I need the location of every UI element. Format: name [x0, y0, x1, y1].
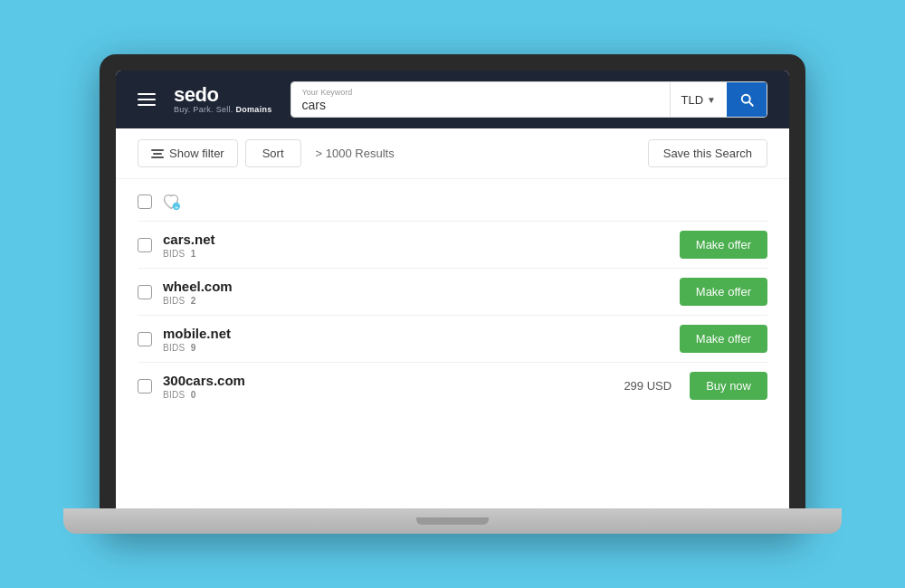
domain-row: mobile.netBIDS 9Make offer: [138, 315, 767, 362]
domain-price: 299 USD: [624, 379, 672, 393]
nav-logo: sedo Buy. Park. Sell. Domains: [174, 85, 272, 114]
laptop-notch: [416, 517, 489, 525]
domain-name: mobile.net: [163, 326, 669, 341]
heart-icon: +: [162, 193, 180, 211]
search-bar: Your Keyword cars TLD ▼: [291, 81, 767, 118]
toolbar: Show filter Sort > 1000 Results Save thi…: [116, 128, 789, 179]
domain-bids: BIDS 1: [163, 249, 669, 259]
nav-bar: sedo Buy. Park. Sell. Domains Your Keywo…: [116, 71, 789, 128]
tagline-bold: Domains: [235, 105, 272, 114]
tld-label: TLD: [681, 93, 704, 107]
tld-arrow-icon: ▼: [707, 95, 716, 105]
domain-name: cars.net: [163, 232, 669, 247]
tagline-plain: Buy. Park. Sell.: [174, 105, 233, 114]
filter-button-label: Show filter: [169, 147, 224, 160]
domain-name: wheel.com: [163, 279, 669, 294]
filter-icon: [151, 149, 164, 158]
domain-name: 300cars.com: [163, 373, 613, 388]
search-input-label: Your Keyword: [302, 88, 659, 97]
domain-row: 300cars.comBIDS 0299 USDBuy now: [138, 362, 767, 409]
domain-info: 300cars.comBIDS 0: [163, 373, 613, 400]
domain-row: wheel.comBIDS 2Make offer: [138, 268, 767, 315]
domain-info: mobile.netBIDS 9: [163, 326, 669, 353]
select-all-row: +: [138, 186, 767, 217]
domain-rows-container: cars.netBIDS 1Make offerwheel.comBIDS 2M…: [138, 221, 767, 409]
content-area: Show filter Sort > 1000 Results Save thi…: [116, 128, 789, 534]
domain-bids: BIDS 0: [163, 390, 613, 400]
logo-name: sedo: [174, 85, 272, 105]
domain-bids: BIDS 2: [163, 296, 669, 306]
laptop-screen: sedo Buy. Park. Sell. Domains Your Keywo…: [116, 71, 789, 534]
domain-bids: BIDS 9: [163, 343, 669, 353]
domain-info: wheel.comBIDS 2: [163, 279, 669, 306]
laptop-base: [63, 508, 842, 534]
results-count: > 1000 Results: [316, 147, 395, 160]
domain-checkbox[interactable]: [138, 238, 152, 252]
sort-button[interactable]: Sort: [245, 139, 301, 167]
domain-list: + cars.netBIDS 1Make offerwheel.comBIDS …: [116, 179, 789, 416]
select-all-checkbox[interactable]: [138, 194, 152, 209]
tld-selector[interactable]: TLD ▼: [670, 82, 727, 117]
search-button[interactable]: [727, 82, 767, 117]
make-offer-button[interactable]: Make offer: [680, 278, 767, 306]
domain-checkbox[interactable]: [138, 285, 152, 299]
domain-checkbox[interactable]: [138, 379, 152, 394]
buy-now-button[interactable]: Buy now: [690, 372, 767, 400]
save-search-button[interactable]: Save this Search: [648, 139, 767, 167]
menu-icon[interactable]: [138, 93, 156, 106]
search-icon: [738, 91, 755, 108]
save-search-label: Save this Search: [663, 147, 752, 160]
svg-text:+: +: [175, 204, 178, 210]
favorites-icon[interactable]: +: [161, 192, 181, 212]
search-input-wrapper[interactable]: Your Keyword cars: [291, 82, 670, 117]
show-filter-button[interactable]: Show filter: [138, 139, 238, 167]
laptop-frame: sedo Buy. Park. Sell. Domains Your Keywo…: [100, 54, 805, 534]
sort-button-label: Sort: [262, 147, 284, 160]
domain-checkbox[interactable]: [138, 332, 152, 346]
logo-tagline: Buy. Park. Sell. Domains: [174, 105, 272, 114]
make-offer-button[interactable]: Make offer: [680, 325, 767, 353]
make-offer-button[interactable]: Make offer: [680, 231, 767, 259]
domain-row: cars.netBIDS 1Make offer: [138, 221, 767, 268]
domain-info: cars.netBIDS 1: [163, 232, 669, 259]
search-input-value: cars: [302, 98, 659, 112]
